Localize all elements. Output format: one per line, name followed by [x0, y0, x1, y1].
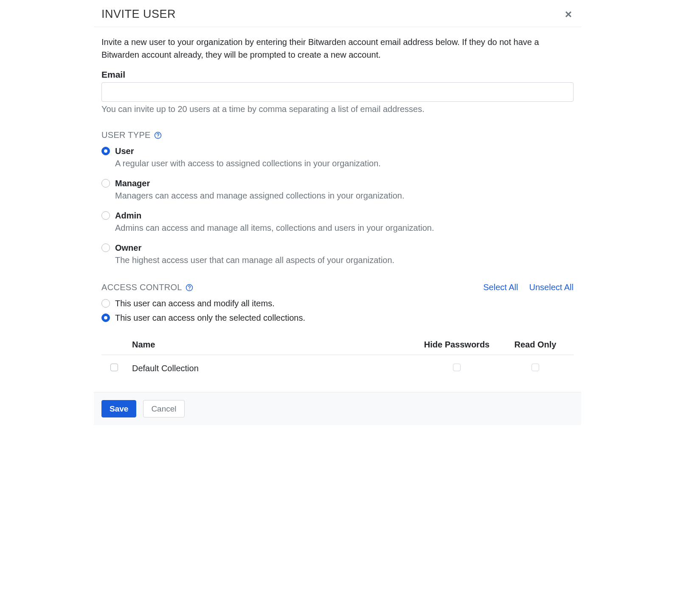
user-type-manager-title: Manager — [115, 177, 405, 189]
access-control-links: Select All Unselect All — [483, 283, 574, 292]
user-type-user-title: User — [115, 145, 381, 157]
user-type-admin-desc: Admins can access and manage all items, … — [115, 221, 434, 234]
modal-header: INVITE USER × — [94, 0, 581, 27]
row-hide-passwords-cell — [416, 355, 497, 382]
radio-manager[interactable] — [101, 179, 110, 188]
email-input[interactable] — [101, 82, 574, 102]
row-select-checkbox[interactable] — [110, 364, 118, 371]
access-control-header-row: ACCESS CONTROL Select All Unselect All — [101, 283, 574, 292]
user-type-owner-desc: The highest access user that can manage … — [115, 254, 394, 266]
hide-passwords-checkbox[interactable] — [453, 364, 461, 371]
radio-admin[interactable] — [101, 211, 110, 220]
user-type-options: User A regular user with access to assig… — [101, 145, 574, 266]
unselect-all-link[interactable]: Unselect All — [529, 283, 574, 292]
user-type-option-admin[interactable]: Admin Admins can access and manage all i… — [101, 210, 574, 234]
user-type-option-owner[interactable]: Owner The highest access user that can m… — [101, 242, 574, 266]
row-read-only-cell — [497, 355, 574, 382]
user-type-manager-desc: Managers can access and manage assigned … — [115, 189, 405, 202]
intro-text: Invite a new user to your organization b… — [101, 36, 574, 61]
table-header-row: Name Hide Passwords Read Only — [101, 336, 574, 355]
email-helper: You can invite up to 20 users at a time … — [101, 104, 574, 114]
user-type-admin-title: Admin — [115, 210, 434, 221]
col-read-only: Read Only — [497, 336, 574, 355]
col-hide-passwords: Hide Passwords — [416, 336, 497, 355]
user-type-user-desc: A regular user with access to assigned c… — [115, 157, 381, 170]
select-all-link[interactable]: Select All — [483, 283, 518, 292]
help-icon[interactable] — [186, 284, 193, 291]
modal-title: INVITE USER — [101, 8, 176, 21]
user-type-heading: USER TYPE — [101, 130, 574, 140]
cancel-button[interactable]: Cancel — [143, 400, 184, 417]
access-option-all[interactable]: This user can access and modify all item… — [101, 297, 574, 309]
help-icon[interactable] — [154, 132, 162, 139]
user-type-owner-title: Owner — [115, 242, 394, 254]
svg-point-3 — [189, 289, 190, 290]
save-button[interactable]: Save — [101, 400, 136, 417]
user-type-option-manager[interactable]: Manager Managers can access and manage a… — [101, 177, 574, 202]
radio-access-all[interactable] — [101, 299, 110, 308]
invite-user-modal: INVITE USER × Invite a new user to your … — [94, 0, 581, 425]
svg-point-1 — [158, 137, 158, 137]
access-selected-label: This user can access only the selected c… — [115, 312, 305, 324]
read-only-checkbox[interactable] — [532, 364, 539, 371]
access-control-options: This user can access and modify all item… — [101, 297, 574, 324]
col-select — [101, 336, 127, 355]
radio-access-selected[interactable] — [101, 314, 110, 322]
email-label: Email — [101, 70, 574, 80]
row-name: Default Collection — [127, 355, 416, 382]
table-row: Default Collection — [101, 355, 574, 382]
access-control-heading: ACCESS CONTROL — [101, 283, 193, 292]
user-type-option-user[interactable]: User A regular user with access to assig… — [101, 145, 574, 170]
collections-table: Name Hide Passwords Read Only Default Co… — [101, 336, 574, 382]
user-type-heading-text: USER TYPE — [101, 130, 151, 140]
close-icon[interactable]: × — [563, 8, 574, 20]
col-name: Name — [127, 336, 416, 355]
radio-owner[interactable] — [101, 244, 110, 252]
access-all-label: This user can access and modify all item… — [115, 297, 275, 309]
modal-footer: Save Cancel — [94, 392, 581, 425]
radio-user[interactable] — [101, 147, 110, 155]
row-select-cell — [101, 355, 127, 382]
access-option-selected[interactable]: This user can access only the selected c… — [101, 312, 574, 324]
access-control-heading-text: ACCESS CONTROL — [101, 283, 182, 292]
modal-body: Invite a new user to your organization b… — [94, 27, 581, 392]
